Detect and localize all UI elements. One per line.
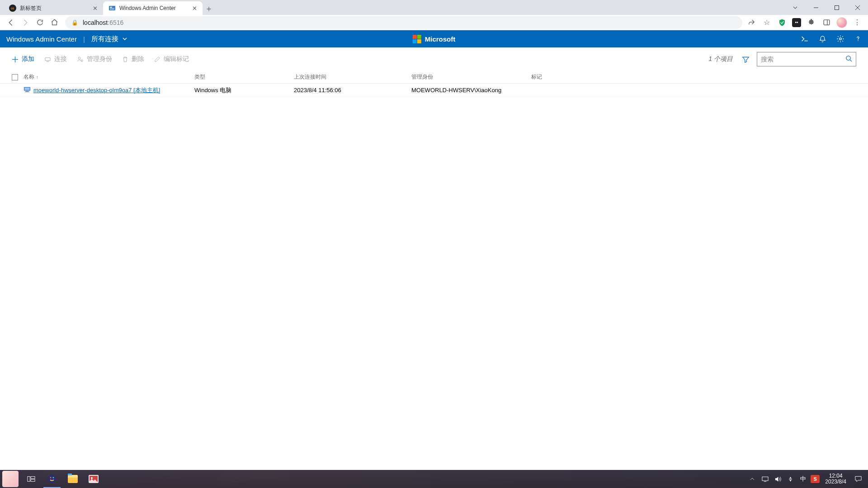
wac-toolbar: 添加 连接 管理身份 删除 编辑标记 1 个项目 [0, 47, 868, 71]
row-name-cell: moeworld-hwserver-desktop-olm9oa7 [本地主机] [24, 86, 194, 94]
nav-back-button[interactable] [4, 15, 18, 30]
header-divider: | [83, 35, 85, 43]
svg-rect-24 [31, 477, 35, 479]
svg-point-26 [48, 475, 56, 483]
window-minimize-button[interactable] [806, 0, 826, 15]
svg-point-15 [78, 57, 80, 59]
add-button[interactable]: 添加 [12, 55, 34, 63]
tab-title: 新标签页 [20, 5, 42, 12]
extensions-puzzle-icon[interactable] [806, 17, 816, 28]
extension-dark-icon[interactable]: •• [792, 18, 801, 27]
tray-monitor-icon[interactable] [760, 476, 770, 482]
tab-favicon-icon [108, 5, 116, 12]
nav-reload-button[interactable] [33, 15, 47, 30]
share-icon[interactable] [746, 17, 757, 28]
svg-point-10 [840, 38, 842, 40]
tray-volume-icon[interactable] [773, 476, 783, 482]
pencil-icon [154, 56, 160, 62]
url-input[interactable]: 🔒 localhost:6516 [65, 16, 742, 29]
connect-label: 连接 [54, 55, 67, 63]
new-tab-button[interactable]: ＋ [203, 2, 215, 15]
bookmark-star-icon[interactable]: ☆ [761, 17, 772, 28]
svg-rect-5 [835, 5, 839, 9]
row-identity-cell: MOEWORLD-HWSERV\XiaoKong [411, 87, 531, 94]
help-icon[interactable] [854, 35, 862, 43]
trash-icon [122, 56, 128, 63]
sort-asc-icon: ↑ [36, 75, 38, 80]
window-maximize-button[interactable] [826, 0, 847, 15]
microsoft-logo: Microsoft [413, 35, 456, 43]
browser-menu-icon[interactable]: ⋮ [852, 17, 863, 28]
microsoft-label: Microsoft [425, 35, 456, 43]
nav-home-button[interactable] [47, 15, 61, 30]
delete-button: 删除 [122, 55, 144, 63]
powershell-console-icon[interactable] [801, 35, 809, 43]
adblock-shield-icon[interactable] [777, 17, 788, 28]
browser-tab-active[interactable]: Windows Admin Center ✕ [103, 1, 203, 15]
browser-address-bar: 🔒 localhost:6516 ☆ •• ⋮ [0, 15, 868, 30]
svg-rect-32 [762, 477, 768, 480]
url-port: :6516 [108, 19, 123, 26]
search-input[interactable] [761, 56, 845, 63]
wac-breadcrumb-dropdown[interactable]: 所有连接 [91, 35, 127, 43]
connect-icon [44, 56, 51, 63]
tray-ime-badge[interactable]: S [811, 475, 820, 483]
tray-notification-icon[interactable] [852, 475, 864, 483]
svg-rect-21 [25, 91, 28, 92]
nav-forward-button[interactable] [18, 15, 33, 30]
start-button[interactable] [0, 470, 21, 488]
svg-rect-13 [45, 57, 50, 61]
svg-point-17 [846, 56, 850, 60]
taskbar-app-photos[interactable] [83, 470, 104, 488]
search-icon [845, 55, 852, 63]
header-checkbox[interactable] [12, 74, 24, 80]
item-count-label: 1 个项目 [708, 55, 733, 63]
tray-network-icon[interactable] [785, 476, 795, 482]
breadcrumb-label: 所有连接 [91, 35, 118, 43]
tray-clock[interactable]: 12:04 2023/8/4 [825, 473, 846, 485]
svg-rect-3 [110, 9, 114, 9]
svg-line-18 [850, 60, 852, 61]
header-last-connection[interactable]: 上次连接时间 [294, 73, 411, 81]
header-type[interactable]: 类型 [194, 73, 294, 81]
taskbar-app-paint[interactable] [42, 470, 62, 488]
sidepanel-icon[interactable] [821, 17, 832, 28]
window-close-button[interactable] [847, 0, 868, 15]
clock-date: 2023/8/4 [825, 479, 846, 485]
settings-gear-icon[interactable] [836, 35, 844, 43]
svg-point-28 [53, 477, 54, 479]
svg-rect-25 [31, 479, 35, 482]
filter-button[interactable] [742, 56, 750, 63]
tray-ime-text[interactable]: 中 [798, 475, 808, 483]
table-row[interactable]: moeworld-hwserver-desktop-olm9oa7 [本地主机]… [0, 84, 868, 97]
search-box[interactable] [757, 52, 856, 66]
svg-rect-22 [25, 92, 30, 92]
plus-icon [12, 56, 19, 63]
header-name[interactable]: 名称↑ [24, 73, 194, 81]
header-tags[interactable]: 标记 [531, 73, 856, 81]
row-lastconn-cell: 2023/8/4 11:56:06 [294, 87, 411, 94]
delete-label: 删除 [132, 55, 144, 63]
browser-tab-inactive[interactable]: ∞ 新标签页 ✕ [4, 1, 103, 15]
header-identity[interactable]: 管理身份 [411, 73, 531, 81]
edit-tags-button: 编辑标记 [154, 55, 189, 63]
manage-identity-button: 管理身份 [77, 55, 112, 63]
tab-close-icon[interactable]: ✕ [93, 5, 98, 12]
svg-rect-1 [110, 7, 112, 8]
svg-rect-20 [24, 88, 30, 90]
taskbar-app-explorer[interactable] [62, 470, 83, 488]
wac-product-title: Windows Admin Center [6, 35, 77, 43]
tab-close-icon[interactable]: ✕ [192, 5, 197, 12]
svg-point-16 [81, 60, 83, 61]
identity-icon [77, 56, 84, 63]
server-name-link[interactable]: moeworld-hwserver-desktop-olm9oa7 [本地主机] [33, 86, 160, 94]
profile-avatar-icon[interactable] [836, 17, 847, 28]
server-icon [24, 86, 31, 94]
tab-favicon-icon: ∞ [9, 5, 16, 12]
windows-taskbar: 中 S 12:04 2023/8/4 [0, 470, 868, 488]
tray-overflow-icon[interactable] [747, 477, 757, 481]
task-view-button[interactable] [21, 470, 42, 488]
microsoft-logo-icon [413, 35, 421, 43]
notifications-bell-icon[interactable] [819, 35, 826, 43]
tab-search-button[interactable] [785, 0, 806, 15]
